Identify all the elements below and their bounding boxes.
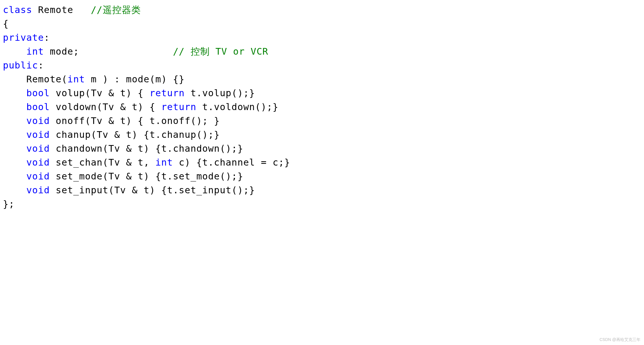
keyword-class: class <box>3 4 32 15</box>
keyword-void: void <box>26 129 50 140</box>
indent <box>3 115 26 126</box>
keyword-public: public <box>3 60 38 71</box>
keyword-bool: bool <box>26 88 50 99</box>
code-block: class Remote //遥控器类 { private: int mode;… <box>3 3 641 211</box>
keyword-return: return <box>161 101 196 112</box>
comment-line1: //遥控器类 <box>91 4 141 15</box>
keyword-void: void <box>26 171 50 182</box>
fn-chandown: chandown(Tv & t) {t.chandown();} <box>50 143 243 154</box>
fn-setmode: set_mode(Tv & t) {t.set_mode();} <box>50 171 243 182</box>
indent <box>3 46 26 57</box>
keyword-int: int <box>26 46 44 57</box>
member-mode: mode; <box>44 46 173 57</box>
indent <box>3 185 26 196</box>
fn-voldown-rest: t.voldown();} <box>196 101 279 112</box>
fn-onoff: onoff(Tv & t) { t.onoff(); } <box>50 115 220 126</box>
keyword-void: void <box>26 157 50 168</box>
keyword-return: return <box>150 88 185 99</box>
class-name: Remote <box>32 4 91 15</box>
indent <box>3 157 26 168</box>
keyword-int: int <box>67 74 85 85</box>
indent <box>3 171 26 182</box>
colon: : <box>44 32 50 43</box>
fn-chanup: chanup(Tv & t) {t.chanup();} <box>50 129 220 140</box>
indent <box>3 129 26 140</box>
fn-volup-mid: volup(Tv & t) { <box>50 88 150 99</box>
indent <box>3 101 26 112</box>
comment-line4: // 控制 TV or VCR <box>173 46 268 57</box>
indent <box>3 143 26 154</box>
keyword-void: void <box>26 143 50 154</box>
keyword-void: void <box>26 185 50 196</box>
keyword-int: int <box>155 157 173 168</box>
indent <box>3 88 26 99</box>
keyword-private: private <box>3 32 44 43</box>
fn-setchan-rest: c) {t.channel = c;} <box>173 157 290 168</box>
ctor-rest: m ) : mode(m) {} <box>85 74 185 85</box>
fn-setchan-mid: set_chan(Tv & t, <box>50 157 155 168</box>
brace-close: }; <box>3 199 15 209</box>
colon: : <box>38 60 44 71</box>
fn-voldown-mid: voldown(Tv & t) { <box>50 101 161 112</box>
keyword-void: void <box>26 115 50 126</box>
brace-open: { <box>3 18 9 29</box>
ctor-pre: Remote( <box>3 74 67 85</box>
keyword-bool: bool <box>26 101 50 112</box>
fn-volup-rest: t.volup();} <box>185 88 255 99</box>
fn-setinput: set_input(Tv & t) {t.set_input();} <box>50 185 255 196</box>
